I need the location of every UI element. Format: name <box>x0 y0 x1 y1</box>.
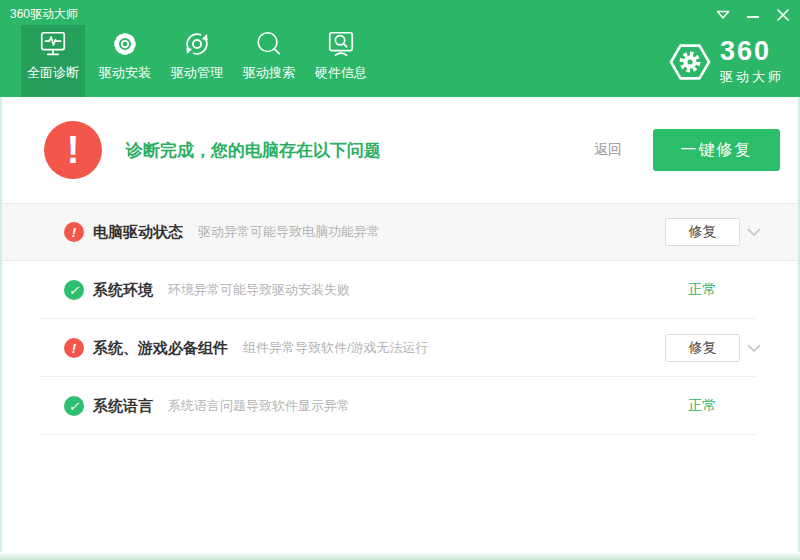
tab-label: 驱动搜索 <box>243 64 295 82</box>
list-item-required-components: ! 系统、游戏必备组件 组件异常导致软件/游戏无法运行 修复 <box>2 319 798 377</box>
diagnosis-result-title: 诊断完成，您的电脑存在以下问题 <box>126 139 381 162</box>
tab-driver-install[interactable]: 驱动安装 <box>93 25 157 97</box>
window-border-bottom <box>0 552 800 560</box>
fix-button[interactable]: 修复 <box>665 218 740 246</box>
status-normal-label: 正常 <box>665 397 740 415</box>
alert-circle-icon: ! <box>44 121 102 179</box>
chevron-down-icon[interactable] <box>746 340 762 356</box>
logo-text: 360 驱动大师 <box>720 38 784 86</box>
item-name: 系统、游戏必备组件 <box>93 339 228 358</box>
app-logo: 360 驱动大师 <box>667 38 784 86</box>
logo-subtitle: 驱动大师 <box>720 68 784 86</box>
alert-glyph: ! <box>72 341 76 356</box>
item-description: 驱动异常可能导致电脑功能异常 <box>198 223 380 241</box>
menu-arrow-button[interactable] <box>715 8 730 21</box>
item-name: 系统语言 <box>93 397 153 416</box>
alert-icon: ! <box>64 338 84 358</box>
magnifier-icon <box>254 29 284 59</box>
check-glyph: ✓ <box>69 399 80 414</box>
hexagon-gear-icon <box>667 39 713 85</box>
diagnosis-results-list: ! 电脑驱动状态 驱动异常可能导致电脑功能异常 修复 ✓ 系统环境 环境异常可能… <box>2 203 798 435</box>
tab-driver-manage[interactable]: 驱动管理 <box>165 25 229 97</box>
item-description: 组件异常导致软件/游戏无法运行 <box>243 339 429 357</box>
gear-icon <box>110 29 140 59</box>
tab-label: 全面诊断 <box>27 64 79 82</box>
tab-label: 驱动安装 <box>99 64 151 82</box>
tab-full-diagnosis[interactable]: 全面诊断 <box>21 25 85 97</box>
item-description: 环境异常可能导致驱动安装失败 <box>168 281 350 299</box>
diagnosis-banner: ! 诊断完成，您的电脑存在以下问题 返回 一键修复 <box>2 97 798 203</box>
item-description: 系统语言问题导致软件显示异常 <box>168 397 350 415</box>
close-button[interactable] <box>775 8 790 21</box>
logo-360: 360 <box>720 38 784 65</box>
list-item-system-environment: ✓ 系统环境 环境异常可能导致驱动安装失败 正常 <box>2 261 798 319</box>
status-normal-label: 正常 <box>665 281 740 299</box>
tab-label: 硬件信息 <box>315 64 367 82</box>
alert-icon: ! <box>64 222 84 242</box>
tab-hardware-info[interactable]: 硬件信息 <box>309 25 373 97</box>
fix-button[interactable]: 修复 <box>665 334 740 362</box>
item-name: 电脑驱动状态 <box>93 223 183 242</box>
monitor-magnifier-icon <box>326 29 356 59</box>
list-item-driver-status: ! 电脑驱动状态 驱动异常可能导致电脑功能异常 修复 <box>2 203 798 261</box>
window-controls <box>715 8 790 21</box>
monitor-pulse-icon <box>38 29 68 59</box>
header: 360驱动大师 <box>0 0 800 97</box>
refresh-sync-icon <box>182 29 212 59</box>
alert-glyph: ! <box>67 129 80 172</box>
tab-label: 驱动管理 <box>171 64 223 82</box>
chevron-down-icon[interactable] <box>746 224 762 240</box>
main-nav: 全面诊断 驱动安装 <box>21 25 373 97</box>
one-click-fix-button[interactable]: 一键修复 <box>653 129 780 171</box>
window-title: 360驱动大师 <box>10 6 78 23</box>
item-name: 系统环境 <box>93 281 153 300</box>
window-border-left <box>0 97 2 560</box>
alert-glyph: ! <box>72 225 76 240</box>
check-icon: ✓ <box>64 396 84 416</box>
list-item-system-language: ✓ 系统语言 系统语言问题导致软件显示异常 正常 <box>2 377 798 435</box>
minimize-button[interactable] <box>745 8 760 21</box>
back-link[interactable]: 返回 <box>594 141 622 159</box>
app-window: 360驱动大师 <box>0 0 800 560</box>
check-glyph: ✓ <box>69 283 80 298</box>
tab-driver-search[interactable]: 驱动搜索 <box>237 25 301 97</box>
check-icon: ✓ <box>64 280 84 300</box>
